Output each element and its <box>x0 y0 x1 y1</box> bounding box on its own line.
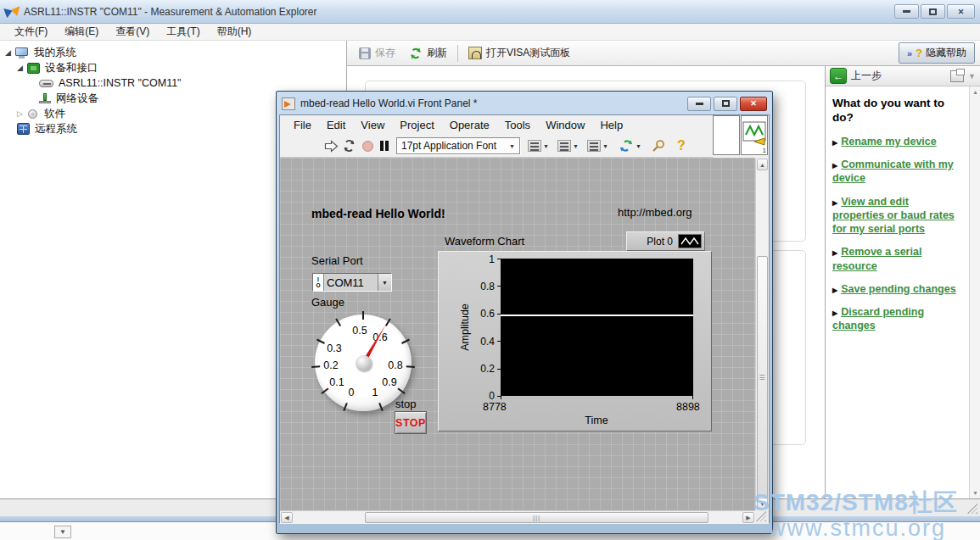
run-continuously-button[interactable] <box>342 134 356 158</box>
expander-open-icon[interactable]: ◢ <box>17 64 27 72</box>
vertical-scroll-thumb[interactable]: ☰ <box>757 256 768 499</box>
tree-label: ASRL11::INSTR "COM11" <box>59 77 182 89</box>
scroll-down-icon[interactable]: ▼ <box>970 490 980 496</box>
hide-help-button[interactable]: »? 隐藏帮助 <box>899 42 975 64</box>
panel-horizontal-scrollbar[interactable]: ◀ ||| ▶ <box>280 510 755 524</box>
panel-vertical-scrollbar[interactable]: ▲ ☰ ▼ <box>755 158 769 510</box>
plot-legend-label: Plot 0 <box>647 236 673 248</box>
stop-button[interactable]: STOP <box>395 411 427 434</box>
menu-file[interactable]: 文件(F) <box>7 23 55 41</box>
bullet-icon: ▶ <box>832 287 837 294</box>
refresh-button[interactable]: 刷新 <box>402 43 454 63</box>
scroll-right-icon[interactable]: ▶ <box>742 512 754 523</box>
desktop: ASRL11::INSTR "COM11" - Measurement & Au… <box>0 0 980 540</box>
run-continuous-icon <box>342 139 356 153</box>
lv-client-area: File Edit View Project Operate Tools Win… <box>279 114 770 523</box>
lv-minimize-button[interactable] <box>687 97 711 111</box>
open-visa-test-panel-button[interactable]: 打开VISA测试面板 <box>462 43 577 63</box>
context-help-button[interactable]: ? <box>677 134 686 158</box>
lv-menu-project[interactable]: Project <box>394 117 440 133</box>
tree-item-network-devices[interactable]: 网络设备 <box>39 91 98 106</box>
menu-help[interactable]: 帮助(H) <box>210 23 260 41</box>
help-scrollbar[interactable]: ▲ ▼ <box>969 86 980 498</box>
help-heading: What do you want to do? <box>832 97 963 125</box>
font-selector[interactable]: 17pt Application Font▼ <box>396 134 520 158</box>
tree-label: 设备和接口 <box>45 61 98 75</box>
max-window-title: ASRL11::INSTR "COM11" - Measurement & Au… <box>24 6 317 18</box>
serial-port-icon <box>39 80 53 87</box>
resize-objects-button[interactable]: ▼ <box>587 134 608 158</box>
back-button[interactable]: ← <box>830 68 847 84</box>
gauge-tick-label: 0.8 <box>388 359 402 371</box>
distribute-objects-button[interactable]: ▼ <box>557 134 579 158</box>
close-button[interactable]: ✕ <box>947 4 975 19</box>
help-link-save[interactable]: ▶Save pending changes <box>832 282 963 296</box>
search-icon <box>652 139 666 153</box>
tree-item-my-system[interactable]: ◢ 我的系统 <box>5 45 76 60</box>
resize-objects-icon <box>587 140 601 152</box>
max-toolbar: 保存 刷新 打开VISA测试面板 »? 隐藏帮助 <box>347 41 980 66</box>
y-axis-label: Amplitude <box>459 289 471 365</box>
gauge[interactable]: 0 0.1 0.2 0.3 0.5 0.6 0.8 0.9 1 <box>315 315 412 411</box>
bullet-icon: ▶ <box>832 309 837 317</box>
lv-menu-view[interactable]: View <box>355 117 390 133</box>
help-link-rename[interactable]: ▶Rename my device <box>832 135 963 148</box>
help-link-communicate[interactable]: ▶Communicate with my device <box>832 158 963 186</box>
waveform-chart: 1 0.8 0.6 0.4 0.2 0 8778 8898 Amplitude … <box>438 251 712 431</box>
scroll-left-icon[interactable]: ◀ <box>281 512 293 523</box>
expander-closed-icon[interactable]: ▷ <box>17 109 27 118</box>
run-button[interactable] <box>324 134 339 158</box>
lv-resize-grip[interactable] <box>756 511 766 521</box>
reorder-button[interactable]: ▼ <box>619 134 641 158</box>
menu-tools[interactable]: 工具(T) <box>159 23 207 41</box>
scroll-down-icon[interactable]: ▼ <box>757 498 768 509</box>
lv-menu-operate[interactable]: Operate <box>444 117 496 133</box>
lv-close-button[interactable]: ✕ <box>740 97 767 111</box>
tree-item-asrl11-com11[interactable]: ASRL11::INSTR "COM11" <box>39 75 182 91</box>
lv-menu-file[interactable]: File <box>288 117 317 133</box>
horizontal-scroll-thumb[interactable]: ||| <box>365 512 708 523</box>
pause-button[interactable] <box>380 134 389 158</box>
lv-menu-edit[interactable]: Edit <box>321 117 351 133</box>
tree-label: 网络设备 <box>56 92 98 106</box>
vi-icon-pane[interactable]: 1 <box>741 115 768 155</box>
help-link-discard[interactable]: ▶Discard pending changes <box>832 305 963 333</box>
tree-item-devices-interfaces[interactable]: ◢ 设备和接口 <box>17 60 98 75</box>
gauge-tick-label: 1 <box>372 387 378 398</box>
help-link-properties[interactable]: ▶View and edit properties or baud rates … <box>832 195 963 237</box>
y-tick: 1 <box>461 253 495 265</box>
tree-item-software[interactable]: ▷ 软件 <box>17 106 65 121</box>
lv-maximize-button[interactable] <box>714 97 737 111</box>
scroll-up-icon[interactable]: ▲ <box>970 89 980 95</box>
plot-legend[interactable]: Plot 0 <box>626 231 705 251</box>
resize-grip[interactable] <box>967 504 977 514</box>
menu-view[interactable]: 查看(V) <box>108 23 157 41</box>
abort-button[interactable] <box>362 134 373 158</box>
scroll-up-icon[interactable]: ▲ <box>757 159 768 170</box>
vi-icon-blank-pane <box>713 115 740 155</box>
search-button[interactable] <box>652 134 666 158</box>
minimize-button[interactable] <box>894 4 919 19</box>
max-titlebar: ASRL11::INSTR "COM11" - Measurement & Au… <box>0 0 980 24</box>
lv-menu-help[interactable]: Help <box>594 117 629 133</box>
tree-item-remote-systems[interactable]: 远程系统 <box>17 121 77 136</box>
chevron-down-icon[interactable]: ▼ <box>968 72 976 81</box>
max-menubar: 文件(F) 编辑(E) 查看(V) 工具(T) 帮助(H) <box>0 24 980 41</box>
lv-menu-tools[interactable]: Tools <box>499 117 536 133</box>
save-button[interactable]: 保存 <box>352 43 402 63</box>
help-link-remove[interactable]: ▶Remove a serial resource <box>832 245 963 273</box>
panes-icon[interactable] <box>950 70 964 82</box>
reorder-icon <box>619 139 634 153</box>
background-dropdown-button[interactable]: ▼ <box>54 526 71 538</box>
align-objects-button[interactable]: ▼ <box>528 134 549 158</box>
help-content: What do you want to do? ▶Rename my devic… <box>826 86 968 333</box>
x-tick-min: 8778 <box>483 401 507 413</box>
labview-vi-icon <box>282 97 295 110</box>
plot-line-style-icon[interactable] <box>678 234 702 248</box>
expander-open-icon[interactable]: ◢ <box>5 48 15 57</box>
menu-edit[interactable]: 编辑(E) <box>57 23 106 41</box>
combo-dropdown-button[interactable]: ▼ <box>378 274 391 291</box>
lv-menu-window[interactable]: Window <box>540 117 591 133</box>
x-axis-label: Time <box>566 415 627 426</box>
maximize-button[interactable] <box>921 4 945 19</box>
